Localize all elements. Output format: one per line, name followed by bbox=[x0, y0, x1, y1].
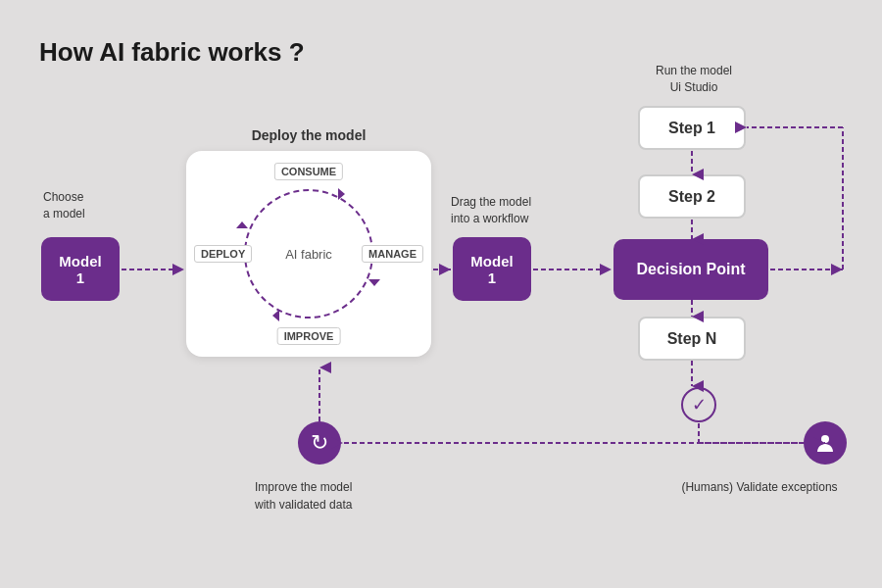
refresh-icon: ↻ bbox=[298, 421, 341, 465]
choose-label: Choosea model bbox=[43, 189, 85, 222]
deploy-section: Deploy the model AI fabric CONSUME MANAG… bbox=[186, 127, 431, 357]
step1-box: Step 1 bbox=[638, 106, 746, 150]
stepN-box: Step N bbox=[638, 317, 746, 361]
cycle-deploy: DEPLOY bbox=[194, 245, 252, 263]
model1-right: Model1 bbox=[453, 237, 531, 301]
person-icon bbox=[804, 421, 847, 465]
svg-marker-3 bbox=[272, 310, 279, 321]
drag-label: Drag the modelinto a workflow bbox=[451, 194, 531, 227]
svg-marker-4 bbox=[236, 221, 248, 228]
improve-label: Improve the modelwith validated data bbox=[255, 478, 352, 514]
validate-label: (Humans) Validate exceptions bbox=[666, 478, 853, 496]
deploy-box: AI fabric CONSUME MANAGE IMPROVE DEPLOY bbox=[186, 151, 431, 357]
svg-point-5 bbox=[821, 435, 829, 443]
ai-fabric-center: AI fabric bbox=[285, 247, 332, 262]
cycle-manage: MANAGE bbox=[362, 245, 423, 263]
step2-box: Step 2 bbox=[638, 174, 746, 219]
decision-point: Decision Point bbox=[613, 239, 768, 300]
deploy-label: Deploy the model bbox=[186, 127, 431, 143]
cycle-consume: CONSUME bbox=[274, 163, 343, 180]
page-title: How AI fabric works ? bbox=[39, 37, 305, 68]
run-label: Run the modelUi Studio bbox=[635, 63, 753, 96]
check-icon: ✓ bbox=[681, 387, 716, 422]
model1-left: Model1 bbox=[41, 237, 120, 301]
svg-marker-2 bbox=[368, 279, 380, 286]
cycle-improve: IMPROVE bbox=[277, 327, 341, 345]
